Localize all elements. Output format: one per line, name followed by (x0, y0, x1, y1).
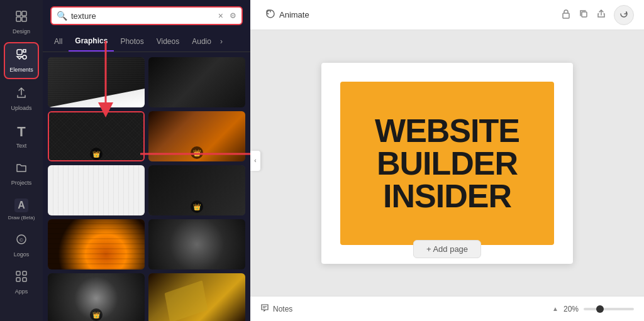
grid-item-7[interactable] (48, 219, 145, 269)
elements-icon (15, 48, 28, 64)
grid-item-4[interactable]: 👑 (148, 111, 245, 161)
zoom-caret-icon: ▲ (552, 305, 558, 312)
grid-item-1[interactable] (48, 57, 145, 107)
svg-rect-0 (16, 11, 21, 16)
sidebar-item-logos-label: Logos (14, 251, 30, 258)
svg-rect-15 (582, 12, 587, 17)
sidebar-item-design[interactable]: Design (4, 5, 39, 40)
text-icon: T (17, 124, 25, 140)
search-icon: 🔍 (57, 11, 67, 21)
tab-all[interactable]: All (48, 32, 69, 51)
tab-more-icon[interactable]: › (218, 32, 225, 51)
share-icon (596, 9, 606, 21)
tab-photos[interactable]: Photos (114, 32, 150, 51)
tab-audio[interactable]: Audio (186, 32, 218, 51)
draw-icon: A (14, 199, 28, 212)
tab-graphics[interactable]: Graphics (69, 31, 114, 52)
grid-item-9[interactable]: 👑 (48, 273, 145, 321)
sidebar-item-apps[interactable]: Apps (4, 265, 39, 300)
sidebar-item-projects-label: Projects (11, 180, 32, 186)
animate-icon (265, 9, 275, 21)
crown-badge-2: 👑 (191, 146, 203, 159)
search-bar: 🔍 × ⚙ (43, 0, 250, 31)
canvas-page[interactable]: WEBSITE BUILDER INSIDER (321, 63, 573, 264)
sidebar-item-apps-label: Apps (15, 288, 28, 295)
notes-label: Notes (273, 305, 292, 313)
sidebar-item-text[interactable]: T Text (4, 119, 39, 154)
search-input[interactable] (71, 11, 214, 21)
add-page-button[interactable]: + Add page (413, 240, 481, 258)
panel-collapse-button[interactable]: ‹ (250, 151, 260, 171)
sidebar-item-uploads[interactable]: Uploads (4, 82, 39, 116)
search-input-wrapper[interactable]: 🔍 × ⚙ (50, 6, 243, 25)
copy-icon (579, 9, 589, 21)
refresh-button[interactable] (614, 5, 634, 25)
toolbar-right (561, 5, 634, 25)
grid-item-3[interactable]: 👑 (48, 111, 145, 161)
sidebar-item-logos[interactable]: © Logos (4, 228, 39, 263)
svg-rect-2 (16, 17, 21, 21)
uploads-icon (15, 87, 28, 102)
svg-rect-8 (23, 271, 26, 275)
crown-badge-3: 👑 (191, 200, 203, 213)
zoom-slider[interactable] (584, 308, 634, 310)
grid-item-2[interactable] (148, 57, 245, 107)
design-icon (15, 10, 28, 26)
lock-icon (561, 9, 571, 21)
svg-rect-14 (563, 13, 569, 18)
main-area: Animate (250, 0, 644, 321)
animate-button[interactable]: Animate (260, 6, 314, 23)
svg-rect-10 (23, 278, 26, 281)
sidebar-item-draw[interactable]: A Draw (Beta) (4, 193, 39, 226)
grid-item-8[interactable] (148, 219, 245, 269)
search-clear-button[interactable]: × (218, 11, 223, 21)
top-toolbar: Animate (250, 0, 644, 30)
grid-item-10[interactable] (148, 273, 245, 321)
sidebar-item-elements-label: Elements (9, 67, 33, 73)
elements-panel: 🔍 × ⚙ All Graphics Photos Videos Audio › (43, 0, 250, 321)
svg-rect-7 (16, 271, 20, 275)
sidebar-item-text-label: Text (16, 143, 27, 149)
zoom-area: ▲ 20% (552, 305, 634, 313)
crown-badge-1: 👑 (90, 148, 103, 160)
svg-text:©: © (19, 237, 23, 243)
sidebar-item-uploads-label: Uploads (11, 105, 31, 111)
sidebar-item-elements[interactable]: Elements (4, 42, 39, 79)
tab-videos[interactable]: Videos (150, 32, 186, 51)
svg-rect-9 (16, 278, 20, 281)
sidebar-item-draw-label: Draw (Beta) (8, 215, 35, 220)
zoom-slider-thumb[interactable] (596, 305, 604, 313)
svg-rect-3 (22, 17, 26, 21)
svg-rect-1 (22, 11, 26, 16)
sidebar-item-design-label: Design (13, 28, 30, 35)
crown-badge-4: 👑 (90, 308, 103, 321)
canvas-content: WEBSITE BUILDER INSIDER (340, 82, 554, 245)
apps-icon (15, 270, 28, 286)
notes-icon (260, 303, 269, 314)
canvas-area: WEBSITE BUILDER INSIDER + Add page (250, 30, 644, 296)
sidebar-item-projects[interactable]: Projects (4, 156, 39, 191)
svg-point-4 (23, 55, 26, 59)
logos-icon: © (15, 233, 28, 249)
animate-label: Animate (279, 10, 309, 19)
search-filter-icon: ⚙ (230, 11, 236, 20)
refresh-icon (619, 9, 628, 20)
sidebar-nav: Design Elements Uploads T Text (0, 0, 43, 321)
projects-icon (15, 161, 28, 177)
elements-grid: 👑 👑 👑 (43, 52, 250, 321)
bottom-bar: Notes ▲ 20% (250, 296, 644, 321)
zoom-value[interactable]: 20% (564, 305, 579, 313)
panel-tabs: All Graphics Photos Videos Audio › (43, 31, 250, 52)
grid-item-5[interactable] (48, 165, 145, 215)
canvas-title: WEBSITE BUILDER INSIDER (375, 114, 519, 212)
grid-item-6[interactable]: 👑 (148, 165, 245, 215)
notes-button[interactable]: Notes (260, 303, 292, 314)
